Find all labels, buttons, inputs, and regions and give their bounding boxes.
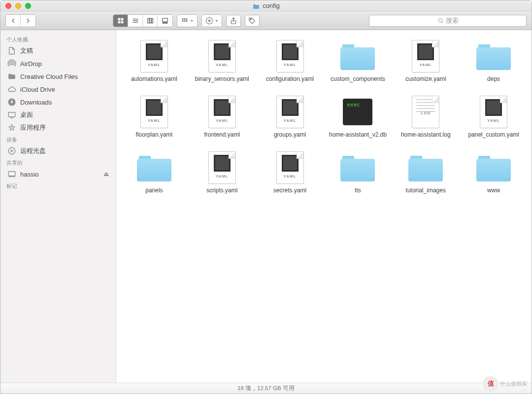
doc-icon [7,46,16,55]
file-item[interactable]: YAMLsecrets.yaml [257,150,323,194]
sidebar-item-label: 文稿 [20,46,33,55]
folder-icon [137,150,171,185]
window-title-text: config [263,2,280,9]
yaml-icon: YAML [205,39,239,73]
column-view-button[interactable] [143,15,158,27]
file-item[interactable]: custom_components [325,39,391,83]
file-item[interactable]: YAMLpanel_custom.yaml [461,95,527,139]
status-text: 18 项，12.57 GB 可用 [237,385,295,392]
file-name: scripts.yaml [206,187,237,194]
svg-rect-10 [163,18,168,22]
file-name: www [487,187,500,194]
file-item[interactable]: exechome-assistant_v2.db [325,95,391,139]
file-item[interactable]: LOGhome-assistant.log [393,95,459,139]
airdrop-icon [7,59,16,68]
search-field[interactable]: 搜索 [369,15,527,27]
file-item[interactable]: YAMLconfiguration.yaml [257,39,323,83]
file-name: custom_components [331,75,385,83]
file-item[interactable]: YAMLcustomize.yaml [393,39,459,83]
svg-rect-7 [147,18,149,23]
action-button[interactable] [202,15,222,27]
sidebar-item-label: 应用程序 [20,123,46,132]
server-icon [7,170,16,179]
gallery-view-button[interactable] [158,15,172,27]
sidebar-item[interactable]: Downloads [0,96,116,108]
sidebar-item[interactable]: hassio⏏ [0,168,116,180]
sidebar-item-label: AirDrop [20,60,42,68]
forward-button[interactable] [21,15,35,27]
sidebar-item-label: Downloads [20,99,52,106]
file-item[interactable]: YAMLgroups.yaml [257,95,323,139]
list-view-button[interactable] [128,15,143,27]
sidebar-group-label: 设备 [0,134,116,144]
svg-point-33 [11,150,13,152]
file-item[interactable]: panels [121,150,187,194]
sidebar-item[interactable]: Creative Cloud Files [0,70,116,83]
svg-rect-2 [118,21,120,23]
arrange-button[interactable] [177,15,197,27]
sidebar-item[interactable]: AirDrop [0,57,116,70]
arrange-button-group [177,14,198,27]
svg-line-26 [442,22,443,23]
content-area[interactable]: YAMLautomations.yamlYAMLbinary_sensors.y… [116,30,532,383]
svg-rect-17 [182,20,183,22]
svg-point-24 [250,19,251,20]
file-item[interactable]: tts [325,150,391,194]
disc-icon [7,146,16,155]
file-item[interactable]: YAMLautomations.yaml [121,39,187,83]
search-icon [437,17,444,24]
yaml-icon: YAML [408,39,443,73]
back-button[interactable] [6,15,21,27]
svg-rect-14 [182,18,183,20]
file-item[interactable]: www [461,150,527,194]
svg-marker-20 [191,20,193,21]
svg-rect-15 [184,18,185,20]
sidebar-group-label: 共享的 [0,157,116,168]
file-item[interactable]: YAMLfrontend.yaml [189,95,255,139]
sidebar-item-label: 桌面 [20,110,33,119]
sidebar-group-label: 个人收藏 [0,34,116,44]
svg-rect-12 [165,22,166,23]
desktop-icon [7,110,16,119]
file-name: automations.yaml [131,75,177,83]
tags-button[interactable] [245,15,260,27]
svg-rect-19 [186,20,187,22]
sidebar-item[interactable]: A应用程序 [0,121,116,134]
file-name: floorplan.yaml [136,131,173,139]
svg-point-21 [208,20,210,22]
share-button[interactable] [226,15,241,27]
file-name: configuration.yaml [266,75,314,83]
yaml-icon: YAML [205,150,239,185]
minimize-window-button[interactable] [15,3,21,9]
file-item[interactable]: YAMLscripts.yaml [189,150,255,194]
sidebar-item[interactable]: 桌面 [0,108,116,121]
status-bar: 18 项，12.57 GB 可用 [0,383,532,394]
file-name: tutorial_images [406,187,446,194]
folder-icon [476,150,511,185]
file-name: groups.yaml [274,131,306,139]
file-item[interactable]: YAMLfloorplan.yaml [121,95,187,139]
sidebar-item[interactable]: iCloud Drive [0,83,116,96]
sidebar-item-label: iCloud Drive [20,86,55,93]
icon-view-button[interactable] [113,15,128,27]
eject-icon[interactable]: ⏏ [103,171,109,178]
svg-point-32 [8,147,15,154]
yaml-icon: YAML [205,95,239,129]
file-item[interactable]: deps [461,39,527,83]
downloads-icon [7,98,16,107]
titlebar: config [0,0,532,11]
yaml-icon: YAML [137,39,171,73]
file-item[interactable]: YAMLbinary_sensors.yaml [189,39,255,83]
file-name: deps [487,75,500,83]
sidebar-item[interactable]: 文稿 [0,44,116,57]
body: 个人收藏文稿AirDropCreative Cloud FilesiCloud … [0,30,532,383]
sidebar-item-label: Creative Cloud Files [20,73,78,80]
zoom-window-button[interactable] [25,3,31,9]
svg-marker-22 [215,20,218,21]
sidebar-item[interactable]: 远程光盘 [0,144,116,157]
svg-text:A: A [11,126,13,129]
close-window-button[interactable] [5,3,11,9]
file-name: panels [145,187,163,194]
folder-icon [408,150,443,185]
file-item[interactable]: tutorial_images [393,150,459,194]
